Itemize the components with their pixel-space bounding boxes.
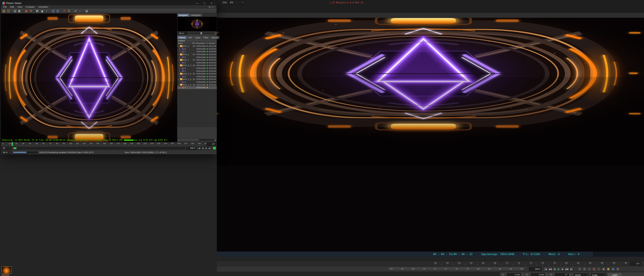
scale-dropdown[interactable]: Scale ▾ [591,273,606,276]
history-row[interactable]: 11920x108000:00:59 [177,70,217,72]
slider-handle[interactable] [200,32,202,34]
export-pages-icon[interactable]: ⊟ [29,9,33,13]
open-image-icon[interactable]: ▨ [2,9,6,13]
history-row[interactable]: 11920x108000:00:53 [177,50,217,53]
layout-grid-icon[interactable]: ⊞ [209,6,210,8]
history-row[interactable]: ▾BOX_1_V2301920x108000:00:00 [177,78,217,81]
save-image-icon[interactable]: ◫ [6,9,10,13]
record-icon[interactable]: ● [587,267,592,271]
menu-compare[interactable]: Compare [24,6,36,8]
goto-end-button[interactable]: ▶| [208,147,212,150]
pv-current-frame-field[interactable]: 0 F [206,142,216,146]
history-row[interactable]: 01920x108000:00:53 [177,48,217,51]
world-dropdown[interactable]: World ▾ [574,273,589,276]
maximize-button[interactable]: □ [201,1,208,5]
film-strip-icon[interactable]: ▤ [13,9,17,13]
fit-image-icon[interactable]: ↔ [78,9,82,13]
scroll-right-icon[interactable]: ▶ [214,139,216,141]
layout-b-icon[interactable]: ◪ [40,9,44,13]
render-active-toggle[interactable] [213,147,216,150]
next-frame-button[interactable]: ▶ [561,267,564,271]
quad-view-icon[interactable]: ▥ [56,9,60,13]
compare-layout-icon[interactable]: ◧ [18,9,22,13]
history-row[interactable]: 01920x108000:00:59 [177,67,217,70]
navigator-zoom-slider[interactable] [188,33,214,34]
tab-layer[interactable]: Layer [194,36,202,39]
loop-icon[interactable]: ↻ [578,267,582,271]
spinner-icon[interactable]: ↕ [522,273,523,276]
history-row[interactable]: ▾BOX_1301920x108000:00:00 [177,59,217,62]
menu-file[interactable]: File [2,6,8,8]
next-key-button[interactable]: ▶▶ [565,267,569,271]
image-view[interactable]: Remaining: 12.305% MaxSm: 25.2% Time: 00… [1,14,177,142]
key-pla-icon[interactable]: ⊞ [616,267,620,271]
history-row[interactable]: ▾BOX_1301920x108000:01:46 [177,45,217,48]
tile-view-icon[interactable]: ▩ [85,9,89,13]
slider-more-button[interactable]: ▸ [215,32,216,34]
range-end-field[interactable]: 300 F [186,147,196,150]
menu-view[interactable]: View [16,6,24,8]
history-row[interactable]: ▾BOX_1_V2301920x108000:00:00 [177,83,217,86]
coord-field[interactable]: 0 ° [555,273,569,276]
navigator-zoom-field[interactable]: 80 % [178,32,188,35]
history-row[interactable]: ▾BOX_1_V2301920x108000:00:00 [177,72,217,75]
ram-player-icon[interactable]: ▣ [24,9,28,13]
menu-edit[interactable]: Edit [8,6,16,8]
prev-frame-button[interactable]: ◀ [552,267,556,271]
keyframe-selection-icon[interactable]: ⊙ [582,267,587,271]
timeline-ruler[interactable]: 5860626466687072747678808284868890 0 F [217,261,644,266]
frame-number-field[interactable]: 30 ↕ [2,147,12,150]
goto-end-button[interactable]: ▶| [570,267,573,271]
play-button[interactable]: ▶ [557,267,560,271]
coord-field[interactable]: 0 cm [531,273,545,276]
autokey-icon[interactable]: ◉ [592,267,596,271]
history-row[interactable]: 01920x108000:00:00 [177,56,217,59]
titlebar[interactable]: Picture Viewer —□× [1,1,216,5]
navigator-preview[interactable] [177,17,217,32]
key-position-icon[interactable]: + [597,267,601,271]
scrub-track[interactable] [12,147,185,150]
channel-yellow-icon[interactable]: A [67,9,71,13]
power-slider[interactable]: 64666870727476788082848688 [388,267,526,271]
history-row[interactable]: 01920x108000:00:00 [177,81,217,84]
spinner-icon[interactable]: ↕ [546,273,547,276]
layout-a-icon[interactable]: ◩ [36,9,40,13]
apply-button[interactable]: Apply [608,273,622,276]
spinner-icon[interactable]: ↕ [10,147,10,149]
goto-start-button[interactable]: |◀ [198,147,201,150]
tab-info[interactable]: Info [187,36,194,39]
history-row[interactable]: 01920x108000:00:00 [177,75,217,78]
layout-expand-icon[interactable]: + [214,6,216,8]
playhead[interactable] [12,142,13,146]
current-frame-field[interactable]: 0 F [630,262,641,265]
scroll-left-icon[interactable]: ◀ [178,139,180,141]
layout-split-icon[interactable]: ◫ [211,6,214,8]
coord-field[interactable]: 0 cm [507,273,521,276]
menu-animation[interactable]: Animation [36,6,50,8]
scrollbar-thumb[interactable] [180,139,199,140]
prev-frame-button[interactable]: ◀ [201,147,204,150]
play-button[interactable]: ▶ [205,147,208,150]
tab-filter[interactable]: Filter [202,36,210,39]
tab-stereo[interactable]: Stereo [210,36,220,39]
dual-view-icon[interactable]: ▥ [51,9,55,13]
frame-ruler[interactable]: 0102030405060708090100110120130140150160… [1,142,216,146]
live-viewer-viewport[interactable] [217,18,644,251]
prev-key-button[interactable]: ◀◀ [548,267,552,271]
scrollbar-track[interactable] [180,139,214,141]
channel-dropdown[interactable]: PT ▾ [229,1,245,5]
channel-red-icon[interactable]: A [62,9,66,13]
history-row[interactable]: ▾BOX_1301920x108000:00:00 [177,53,217,56]
minimize-button[interactable]: — [194,1,201,5]
material-thumbnail[interactable] [2,266,12,273]
material-swatch[interactable]: OctGlos [2,266,13,276]
swap-compare-icon[interactable]: ⇄ [74,9,78,13]
horizontal-scrollbar[interactable]: ◀ ▶ [177,139,217,141]
history-row[interactable]: 01920x1080 [177,86,217,89]
tab-histogram[interactable]: Histogram [190,14,202,17]
goto-start-button[interactable]: |◀ [544,267,548,271]
close-button[interactable]: × [208,1,215,5]
tab-history[interactable]: History [177,36,187,39]
key-rotation-icon[interactable]: ▦ [606,267,610,271]
history-row[interactable]: ▾BOX_1_V2301920x108000:01:59 [177,64,217,67]
